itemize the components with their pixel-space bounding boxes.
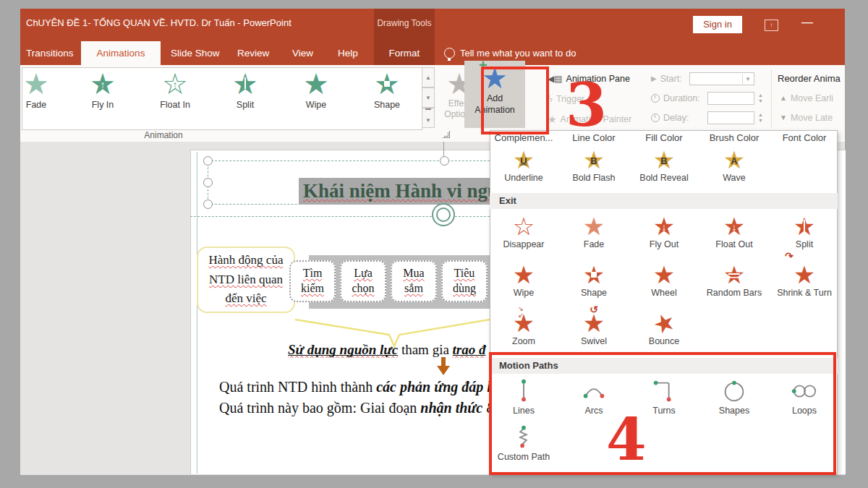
float-out-star-icon [723, 214, 745, 239]
resize-handle[interactable] [203, 156, 213, 166]
gallery-item-float-in[interactable]: Float In [142, 69, 208, 126]
callout-box[interactable]: Hành động của NTD liên quan đến việc [197, 247, 295, 313]
start-row: ▶ Start: [651, 72, 682, 85]
menu-item-random-bars[interactable]: Random Bars [705, 262, 763, 298]
wheel-star-icon [653, 262, 675, 287]
minimize-button[interactable]: — [801, 16, 813, 29]
menu-item-brush-color[interactable]: Brush Color [699, 132, 769, 143]
gallery-item-shape[interactable]: Shape [354, 69, 420, 126]
delay-row: Delay: [651, 111, 689, 124]
menu-item-shape-exit[interactable]: Shape [565, 262, 623, 298]
resize-handle[interactable] [203, 178, 213, 187]
shrink-turn-star-icon [793, 262, 815, 287]
bounce-star-icon [653, 311, 675, 335]
tab-format[interactable]: Format [374, 41, 435, 65]
gallery-item-fade[interactable]: Fade [3, 69, 69, 126]
menu-item-font-color[interactable]: Font Color [770, 132, 839, 143]
tab-transitions[interactable]: Transitions [26, 41, 74, 65]
menu-item-fade-exit[interactable]: Fade [565, 214, 623, 249]
exit-section-header: Exit [490, 193, 838, 209]
menu-item-bounce[interactable]: Bounce [635, 311, 693, 346]
split-exit-star-icon [793, 214, 815, 239]
wipe-exit-star-icon [513, 262, 535, 287]
menu-item-bold-reveal[interactable]: Bold Reveal [635, 147, 693, 183]
tab-animations[interactable]: Animations [81, 41, 161, 65]
duration-clock-icon [651, 94, 660, 103]
sign-in-button[interactable]: Sign in [693, 16, 742, 33]
underline-star-icon [513, 147, 535, 172]
reorder-heading: Reorder Anima [778, 72, 845, 85]
gallery-item-wipe[interactable]: Wipe [283, 69, 349, 126]
move-later-icon: ▼ [780, 114, 787, 121]
wipe-star-icon [303, 69, 329, 98]
duration-row: Duration: [651, 92, 700, 104]
tab-view[interactable]: View [292, 41, 313, 65]
delay-spinner[interactable]: ▲▼ [757, 111, 765, 124]
handle-stem [443, 142, 444, 158]
split-star-icon [232, 69, 258, 98]
menu-item-float-out[interactable]: Float Out [705, 214, 763, 249]
shape-exit-star-icon [583, 262, 605, 287]
fly-out-star-icon [653, 214, 675, 239]
drawing-tools-label: Drawing Tools [374, 18, 435, 28]
gallery-item-split[interactable]: Split [212, 69, 278, 126]
duration-input[interactable] [707, 92, 754, 105]
move-earlier-icon: ▲ [780, 94, 787, 102]
dialog-launcher-icon[interactable] [443, 131, 450, 138]
process-box-mua-sam[interactable]: Mua sắm [391, 260, 437, 302]
fly-in-star-icon [90, 69, 116, 98]
powerpoint-window: ChUYÊN ĐỀ 1- TỔNG QUAN VỀ. HVTD. Dr Tuấn… [0, 0, 868, 488]
menu-item-underline[interactable]: Underline [495, 147, 553, 183]
group-separator [771, 69, 772, 127]
bold-flash-star-icon [583, 147, 605, 172]
resize-handle[interactable] [203, 200, 213, 209]
shape-star-icon [374, 69, 400, 98]
wave-star-icon [723, 147, 745, 172]
menu-item-fill-color[interactable]: Fill Color [629, 132, 699, 143]
animation-pane-icon: ◀▤ [548, 74, 563, 84]
swivel-star-icon [583, 311, 605, 335]
gallery-scrollbar[interactable]: ▲ ▼ ▼ [422, 67, 435, 129]
bold-reveal-star-icon [653, 147, 675, 172]
menu-item-split-exit[interactable]: Split [775, 214, 833, 249]
gallery-item-fly-in[interactable]: Fly In [69, 69, 136, 126]
process-box-lua-chon[interactable]: Lựa chọn [340, 260, 386, 302]
float-in-star-icon [162, 69, 188, 98]
menu-item-shrink-turn[interactable]: Shrink & Turn [775, 262, 833, 298]
zoom-star-icon [513, 311, 535, 335]
delay-clock-icon [651, 114, 660, 122]
menu-item-bold-flash[interactable]: Bold Flash [565, 147, 623, 183]
annotation-number-3: 3 [566, 75, 607, 134]
body-paragraph: Quá trình NTD hình thành các phản ứng đá… [219, 377, 491, 419]
menu-item-fly-out[interactable]: Fly Out [635, 214, 693, 249]
annotation-box-3 [481, 67, 549, 134]
move-earlier-button[interactable]: ▲ Move Earli [780, 92, 845, 104]
menu-item-wheel[interactable]: Wheel [635, 262, 693, 298]
slide-title[interactable]: Khái niệm Hành vi ngư [299, 178, 490, 205]
down-arrow-shape [435, 357, 452, 377]
process-box-tieu-dung[interactable]: Tiêu dùng [441, 260, 488, 302]
duration-spinner[interactable]: ▲▼ [757, 92, 765, 105]
gallery-more-icon[interactable]: ▼ [422, 108, 435, 128]
move-later-button[interactable]: ▼ Move Late [780, 111, 845, 124]
menu-item-disappear[interactable]: Disappear [495, 214, 553, 249]
tab-help[interactable]: Help [338, 41, 358, 65]
menu-item-wave[interactable]: Wave [705, 147, 763, 183]
fade-exit-star-icon [583, 214, 605, 239]
process-box-tim-kiem[interactable]: Tìm kiếm [289, 260, 336, 302]
menu-item-zoom[interactable]: Zoom [495, 311, 553, 346]
delay-input[interactable] [707, 111, 754, 124]
disappear-star-icon [513, 214, 535, 239]
menu-item-swivel[interactable]: Swivel [565, 311, 623, 346]
resize-handle[interactable] [440, 156, 449, 166]
gallery-scroll-up-icon[interactable]: ▲ [422, 67, 435, 87]
tab-slide-show[interactable]: Slide Show [171, 41, 220, 65]
rotate-handle-inner [436, 207, 451, 222]
ribbon-display-options-icon[interactable]: ↑ [765, 20, 778, 31]
menu-item-wipe-exit[interactable]: Wipe [495, 262, 553, 298]
tab-review[interactable]: Review [237, 41, 269, 65]
start-dropdown[interactable]: ▼ [689, 72, 754, 85]
gallery-scroll-down-icon[interactable]: ▼ [422, 87, 435, 108]
start-dropdown-arrow-icon[interactable]: ▼ [742, 74, 753, 84]
lightbulb-icon [444, 48, 455, 59]
